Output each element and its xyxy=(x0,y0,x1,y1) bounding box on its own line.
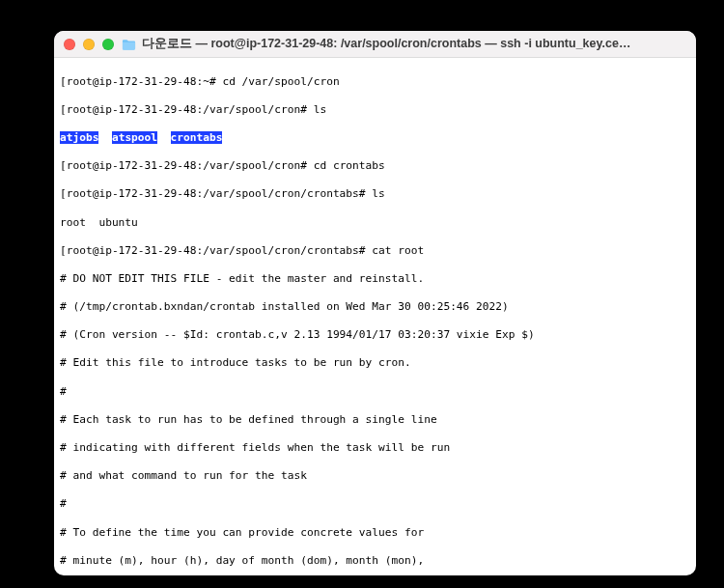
title-wrap: 다운로드 — root@ip-172-31-29-48: /var/spool/… xyxy=(122,36,632,52)
file-line: # (/tmp/crontab.bxndan/crontab installed… xyxy=(60,300,690,315)
term-line: [root@ip-172-31-29-48:/var/spool/cron# c… xyxy=(60,159,690,174)
file-line: # minute (m), hour (h), day of month (do… xyxy=(60,554,690,569)
term-line: atjobs atspool crontabs xyxy=(60,131,690,146)
minimize-icon[interactable] xyxy=(83,39,95,50)
prompt: [root@ip-172-31-29-48:/var/spool/cron/cr… xyxy=(60,187,372,200)
terminal-window: 다운로드 — root@ip-172-31-29-48: /var/spool/… xyxy=(54,31,696,575)
window-controls xyxy=(64,39,114,50)
command: ls xyxy=(314,103,326,116)
file-line: # (Cron version -- $Id: crontab.c,v 2.13… xyxy=(60,328,690,343)
window-title: 다운로드 — root@ip-172-31-29-48: /var/spool/… xyxy=(142,36,632,52)
terminal-body[interactable]: [root@ip-172-31-29-48:~# cd /var/spool/c… xyxy=(54,58,696,575)
file-line: # DO NOT EDIT THIS FILE - edit the maste… xyxy=(60,272,690,287)
prompt: [root@ip-172-31-29-48:/var/spool/cron# xyxy=(60,103,314,116)
prompt: [root@ip-172-31-29-48:/var/spool/cron/cr… xyxy=(60,244,372,257)
file-line: # Edit this file to introduce tasks to b… xyxy=(60,356,690,371)
zoom-icon[interactable] xyxy=(102,39,114,50)
file-line: # xyxy=(60,385,690,400)
term-line: [root@ip-172-31-29-48:/var/spool/cron# l… xyxy=(60,103,690,118)
file-line: # To define the time you can provide con… xyxy=(60,526,690,541)
command: cd /var/spool/cron xyxy=(222,75,339,88)
command: cat root xyxy=(372,244,424,257)
file-line: # xyxy=(60,497,690,512)
folder-icon xyxy=(122,39,136,50)
dir-atspool: atspool xyxy=(112,131,157,144)
prompt: [root@ip-172-31-29-48:/var/spool/cron# xyxy=(60,159,314,172)
command: cd crontabs xyxy=(314,159,385,172)
file-line: # indicating with different fields when … xyxy=(60,441,690,456)
term-line: root ubuntu xyxy=(60,216,690,231)
close-icon[interactable] xyxy=(64,39,75,50)
titlebar[interactable]: 다운로드 — root@ip-172-31-29-48: /var/spool/… xyxy=(54,31,696,58)
file-line: # Each task to run has to be defined thr… xyxy=(60,413,690,428)
file-line: # and what command to run for the task xyxy=(60,469,690,484)
dir-crontabs: crontabs xyxy=(171,131,223,144)
dir-atjobs: atjobs xyxy=(60,131,98,144)
term-line: [root@ip-172-31-29-48:~# cd /var/spool/c… xyxy=(60,75,690,90)
term-line: [root@ip-172-31-29-48:/var/spool/cron/cr… xyxy=(60,244,690,259)
term-line: [root@ip-172-31-29-48:/var/spool/cron/cr… xyxy=(60,187,690,202)
prompt: [root@ip-172-31-29-48:~# xyxy=(60,75,222,88)
command: ls xyxy=(372,187,384,200)
